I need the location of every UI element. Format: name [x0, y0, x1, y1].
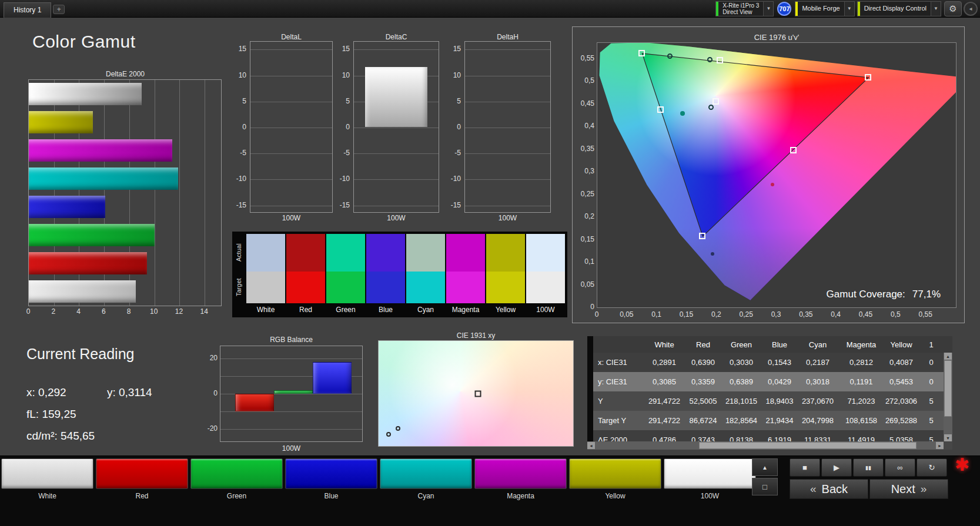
scroll-down-icon[interactable]: ▼	[944, 434, 952, 441]
pattern-swatch	[569, 458, 661, 489]
scroll-right-icon[interactable]: ►	[936, 442, 944, 449]
table-header-blue: Blue	[762, 336, 797, 353]
pattern-button-100w[interactable]: 100W	[664, 458, 756, 500]
table-vertical-scrollbar[interactable]: ▲ ▼	[944, 353, 952, 441]
loop-icon: ↻	[929, 463, 935, 472]
deltae-xtick-label: 6	[96, 307, 111, 316]
play-button[interactable]: ▶	[821, 458, 852, 477]
actual-row-label: Actual	[233, 234, 245, 272]
notification-asterisk-icon[interactable]: ✱	[955, 454, 969, 475]
horizontal-scroll-thumb[interactable]	[699, 442, 917, 449]
cie-xtick-label: 0,5	[885, 310, 906, 319]
table-row-2[interactable]: Y291,472252,5005218,101518,9403237,06707…	[593, 391, 944, 411]
cell: 11,4919	[839, 430, 884, 441]
chevron-up-icon: ▲	[762, 464, 768, 471]
scroll-left-icon[interactable]: ◄	[587, 442, 595, 449]
reference-point-marker	[713, 98, 719, 105]
meter-name: X-Rite i1Pro 3 Direct View	[718, 2, 763, 16]
deltae-bar-100w	[29, 280, 136, 303]
continuous-read-button[interactable]: ∞	[885, 458, 915, 477]
table-horizontal-scrollbar[interactable]: ◄ ►	[587, 441, 944, 450]
table-header-green: Green	[720, 336, 762, 353]
vertical-scroll-thumb[interactable]	[944, 360, 952, 417]
row-label: y: CIE31	[593, 372, 643, 391]
pattern-button-green[interactable]: Green	[190, 458, 283, 500]
history-tab[interactable]: History 1	[4, 2, 51, 18]
settings-button[interactable]: ⚙	[944, 1, 962, 16]
white-point-marker	[474, 390, 481, 397]
display-control-selector[interactable]: Direct Display Control ▼	[857, 1, 941, 16]
cell: 0,1543	[762, 353, 797, 372]
measurement-controls: ■▶▮▮∞↻	[790, 458, 947, 477]
gridline	[220, 411, 362, 412]
meter-selector[interactable]: X-Rite i1Pro 3 Direct View ▼	[715, 1, 774, 16]
stop-button[interactable]: ■	[790, 458, 820, 477]
deltal-ytick-label: 5	[229, 97, 246, 105]
cie-ytick-label: 0,25	[570, 190, 594, 198]
table-row-3[interactable]: Target Y291,472286,6724182,856421,943420…	[593, 411, 944, 430]
reference-point-marker	[717, 57, 723, 63]
square-icon: □	[762, 483, 767, 491]
measurement-dot	[386, 432, 391, 437]
actual-swatch-white	[246, 234, 285, 272]
rgb-bar-green	[274, 390, 313, 394]
gridline	[250, 179, 332, 180]
deltae-gridline	[205, 80, 205, 306]
scroll-up-icon[interactable]: ▲	[944, 353, 952, 360]
rgb-ytick-label: -20	[199, 424, 218, 433]
cie-xtick-label: 0,3	[765, 310, 787, 319]
loop-button[interactable]: ↻	[917, 458, 947, 477]
deltae-bar-magenta	[29, 139, 172, 162]
gridline	[465, 102, 550, 102]
gridline	[354, 153, 439, 154]
cie-xtick-label: 0,1	[646, 310, 667, 319]
deltal-chart-title: DeltaL	[238, 33, 344, 41]
gamut-coverage: Gamut Coverage: 77,1%	[827, 289, 941, 300]
next-button[interactable]: Next »	[869, 479, 948, 499]
deltah-chart-plot	[464, 41, 551, 213]
pattern-button-blue[interactable]: Blue	[285, 458, 377, 500]
actual-swatch-green	[326, 234, 365, 272]
gridline	[250, 128, 332, 128]
table-row-4[interactable]: ΔE 20000,47860,37430,81386,191911,833111…	[593, 430, 944, 441]
back-button-label: Back	[822, 483, 848, 496]
actual-swatch-magenta	[446, 234, 485, 272]
deltae-chart-title: DeltaE 2000	[28, 70, 222, 78]
source-dropdown-icon[interactable]: ▼	[844, 2, 854, 16]
swatch-column-label: Cyan	[406, 306, 445, 314]
target-swatch-cyan	[406, 272, 445, 303]
gridline	[465, 76, 550, 76]
pattern-button-cyan[interactable]: Cyan	[380, 458, 472, 500]
window-collapse-button[interactable]: ◂	[964, 2, 978, 16]
expand-button[interactable]: ▲	[752, 458, 778, 476]
add-tab-button[interactable]: +	[53, 5, 65, 14]
pattern-button-white[interactable]: White	[1, 458, 93, 500]
deltah-ytick-label: -5	[443, 149, 461, 157]
pattern-button-magenta[interactable]: Magenta	[474, 458, 567, 500]
pattern-button-yellow[interactable]: Yellow	[569, 458, 661, 500]
fl-label: fL:	[26, 408, 39, 420]
source-selector[interactable]: Mobile Forge ▼	[795, 1, 854, 16]
row-label: x: CIE31	[593, 353, 643, 372]
table-row-1[interactable]: y: CIE310,30850,33590,63890,04290,30180,…	[593, 372, 944, 391]
measured-point-marker	[708, 105, 714, 110]
pause-button[interactable]: ▮▮	[853, 458, 884, 477]
chevron-double-left-icon: «	[810, 483, 817, 495]
swatch-column-label: Blue	[366, 306, 405, 314]
deltah-ytick-label: -15	[443, 201, 461, 209]
back-button[interactable]: « Back	[790, 479, 868, 499]
deltac-ytick-label: 5	[332, 97, 350, 105]
deltae-gridline	[179, 80, 180, 306]
pattern-window-button[interactable]: □	[752, 478, 778, 495]
current-reading-xy: x: 0,292 y: 0,3114	[26, 386, 152, 399]
swatch-column-label: Red	[286, 306, 325, 314]
cell: 0,1191	[839, 372, 884, 391]
gridline	[354, 206, 439, 206]
meter-count-badge[interactable]: 707	[777, 2, 791, 16]
meter-dropdown-icon[interactable]: ▼	[763, 2, 773, 16]
display-dropdown-icon[interactable]: ▼	[931, 2, 941, 16]
pattern-button-red[interactable]: Red	[96, 458, 188, 500]
table-row-0[interactable]: x: CIE310,28910,63900,30300,15430,21870,…	[593, 353, 944, 372]
deltal-category-label: 100W	[238, 214, 344, 222]
deltah-chart-title: DeltaH	[453, 33, 563, 41]
